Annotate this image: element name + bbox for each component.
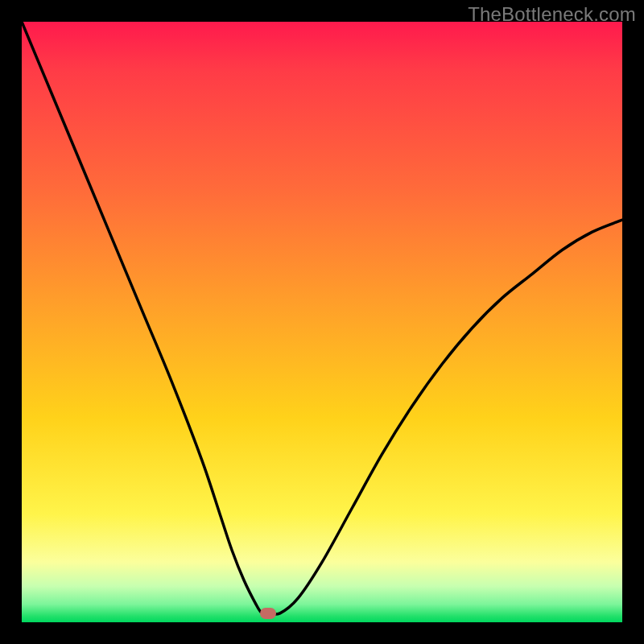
plot-area	[22, 22, 622, 622]
chart-frame: TheBottleneck.com	[0, 0, 644, 644]
bottleneck-curve	[22, 22, 622, 614]
curve-svg	[22, 22, 622, 622]
optimal-point-marker	[260, 608, 276, 619]
